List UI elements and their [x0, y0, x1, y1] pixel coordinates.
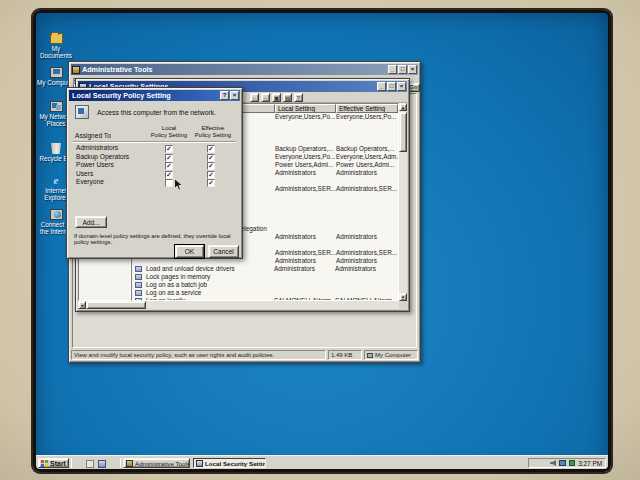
assignment-rows: Administrators ✓ ✓ Backup Operators ✓ ✓ …: [67, 144, 242, 187]
effective-setting: Power Users,Admi...: [336, 161, 398, 169]
minimize-button[interactable]: _: [377, 82, 386, 91]
local-setting: Administrators: [275, 257, 336, 265]
forward-icon[interactable]: →: [261, 93, 270, 102]
local-setting: [274, 281, 335, 289]
scroll-thumb[interactable]: [399, 112, 407, 152]
clock: 3:27 PM: [578, 460, 602, 467]
window-title: Administrative Tools: [80, 65, 388, 74]
effective-setting: [336, 209, 398, 217]
status-bar: View and modify local security policy, s…: [71, 350, 418, 360]
column-header-local-setting[interactable]: Local Setting: [275, 104, 336, 113]
title-bar[interactable]: Administrative Tools _ □ ×: [71, 64, 418, 75]
effective-setting: Everyone,Users,Adm...: [336, 153, 398, 161]
local-setting: [274, 289, 335, 297]
scroll-thumb[interactable]: [86, 301, 146, 309]
effective-setting: [336, 121, 398, 129]
internet-explorer-quicklaunch-icon[interactable]: [74, 460, 82, 468]
minimize-button[interactable]: _: [388, 65, 397, 74]
recycle-bin-icon: [50, 143, 63, 154]
local-setting: Administrators: [275, 169, 336, 177]
taskbar-button-administrative-tools[interactable]: Administrative Tools: [123, 458, 190, 468]
system-tray: 3:27 PM: [528, 458, 606, 468]
show-tree-icon[interactable]: ▣: [272, 93, 281, 102]
local-policy-checkbox[interactable]: [165, 179, 173, 187]
effective-setting: [335, 289, 398, 297]
column-header-effective-setting[interactable]: Effective Setting: [336, 104, 398, 113]
start-label: Start: [50, 460, 66, 467]
local-setting: Administrators: [274, 265, 335, 273]
local-setting: [275, 209, 336, 217]
ok-button[interactable]: OK: [175, 245, 204, 258]
effective-setting: [336, 137, 398, 145]
policy-description: Access this computer from the network.: [97, 109, 239, 116]
mail-quicklaunch-icon[interactable]: [86, 460, 94, 468]
policy-name: Lock pages in memory: [144, 273, 274, 281]
horizontal-scrollbar[interactable]: ◄: [78, 301, 399, 309]
dialog-controls: ? ×: [220, 91, 239, 100]
policy-doc-icon: [135, 274, 142, 280]
window-controls: _ □ ×: [377, 82, 406, 91]
volume-icon[interactable]: [550, 460, 556, 466]
desktop-icon-label: My Documents: [36, 45, 76, 59]
help-button[interactable]: ?: [220, 91, 229, 100]
vertical-scrollbar[interactable]: ▲ ▼: [399, 103, 407, 301]
administrative-tools-icon: [72, 66, 80, 74]
effective-setting: [336, 217, 398, 225]
add-button[interactable]: Add...: [75, 216, 107, 228]
group-name: Everyone: [76, 178, 104, 187]
desktop: My Documents My Computer My Network Plac…: [33, 10, 611, 472]
assignment-row: Backup Operators ✓ ✓: [67, 153, 242, 162]
close-button[interactable]: ×: [408, 65, 417, 74]
export-list-icon[interactable]: ▤: [283, 93, 292, 102]
scroll-up-icon[interactable]: ▲: [399, 103, 407, 111]
policy-name: Log on as a batch job: [144, 281, 274, 289]
show-desktop-icon[interactable]: [98, 460, 106, 468]
close-button[interactable]: ×: [230, 91, 239, 100]
local-setting: [274, 273, 335, 281]
local-setting: [275, 193, 336, 201]
start-button[interactable]: Start: [38, 458, 69, 468]
policy-name: Load and unload device drivers: [144, 265, 274, 273]
status-text: View and modify local security policy, s…: [71, 350, 326, 360]
dialog-note: If domain-level policy settings are defi…: [74, 233, 238, 246]
effective-policy-setting-header: EffectivePolicy Setting: [189, 125, 237, 139]
scheduler-icon[interactable]: [569, 460, 575, 466]
connect-internet-icon: [50, 209, 63, 220]
maximize-button[interactable]: □: [398, 65, 407, 74]
maximize-button[interactable]: □: [387, 82, 396, 91]
effective-setting: [335, 281, 398, 289]
close-button[interactable]: ×: [397, 82, 406, 91]
policy-row[interactable]: Log on as a service: [132, 289, 398, 297]
my-documents-icon: [50, 33, 63, 44]
effective-setting: [336, 129, 398, 137]
desktop-icon-my-documents[interactable]: My Documents: [36, 33, 76, 59]
policy-row[interactable]: Lock pages in memory: [132, 273, 398, 281]
effective-setting: [336, 225, 398, 233]
back-icon[interactable]: ←: [250, 93, 259, 102]
scroll-left-icon[interactable]: ◄: [78, 301, 86, 309]
network-icon[interactable]: [559, 460, 566, 466]
local-setting: [275, 241, 336, 249]
effective-setting: Administrators: [336, 169, 398, 177]
local-security-settings-icon: [196, 460, 203, 467]
help-icon[interactable]: ?: [294, 93, 303, 102]
local-setting: Administrators,SER...: [275, 249, 336, 257]
taskbar-button-local-security-settings[interactable]: Local Security Settings: [193, 458, 266, 468]
status-zone: My Computer: [364, 350, 418, 360]
effective-setting: [336, 193, 398, 201]
policy-doc-icon: [135, 266, 142, 272]
local-setting: Administrators,SER...: [275, 185, 336, 193]
local-setting: [275, 217, 336, 225]
cancel-button[interactable]: Cancel: [208, 245, 239, 258]
title-bar[interactable]: Local Security Policy Setting ? ×: [69, 90, 240, 101]
effective-setting: [336, 177, 398, 185]
effective-setting: Administrators,SER...: [336, 249, 398, 257]
scroll-down-icon[interactable]: ▼: [399, 293, 407, 301]
dialog-title: Local Security Policy Setting: [70, 91, 220, 100]
policy-row[interactable]: Load and unload device driversAdministra…: [132, 265, 398, 273]
internet-explorer-icon: e: [50, 175, 63, 186]
policy-icon: [75, 105, 89, 119]
mouse-cursor: [174, 178, 184, 191]
policy-row[interactable]: Log on as a batch job: [132, 281, 398, 289]
local-setting: Power Users,Admi...: [275, 161, 336, 169]
